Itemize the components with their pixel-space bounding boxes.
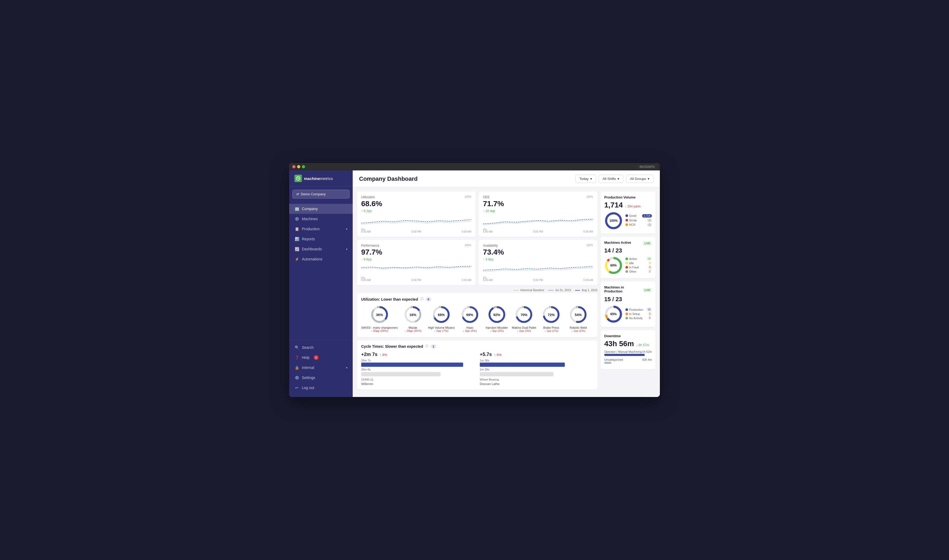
machines-active-donut: 60% (604, 256, 623, 275)
performance-change: ↑ 9.6pp (361, 257, 382, 261)
machines-active-donut-row: 60% Active 14 Idle 6 (604, 256, 652, 275)
nav-label-company: Company (302, 207, 318, 211)
dashboard-left: Utilization 68.6% ↑ 6.2pp 100% (357, 192, 597, 393)
machines-prod-legend: Production 15 In Setup 2 No Activity (625, 308, 652, 320)
company-nav-icon: 🏢 (294, 206, 299, 211)
sidebar-item-dashboards[interactable]: 📈 Dashboards ▾ (289, 244, 353, 254)
company-label: Demo Company (301, 192, 326, 196)
performance-label: Performance (361, 244, 382, 248)
time-dropdown[interactable]: Today ▾ (575, 175, 596, 183)
availability-value: 73.4% (483, 248, 504, 257)
sidebar-item-settings[interactable]: ⚙️ Settings (289, 372, 353, 383)
app-body: machinemetrics ⇄ Demo Company 🏢 Company … (289, 171, 660, 397)
status-fault: In Fault 1 (625, 265, 652, 269)
dashboard-content: Utilization 68.6% ↑ 6.2pp 100% (353, 188, 660, 397)
minimize-btn[interactable] (297, 165, 300, 168)
production-dot (625, 308, 628, 311)
app-window: INCOGNITO machinemetrics ⇄ Demo Company … (289, 163, 660, 397)
aug-line-icon (575, 290, 580, 291)
machines-prod-donut: 65% (604, 305, 623, 323)
close-btn[interactable] (292, 165, 296, 168)
other-dot (625, 270, 628, 273)
dashboards-chevron-icon: ▾ (346, 248, 347, 251)
maximize-btn[interactable] (302, 165, 305, 168)
downtime-card: Downtime 43h 56m ↓ 8h 57m Operator | Man… (601, 330, 656, 369)
status-active: Active 14 (625, 257, 652, 260)
downtime-title: Downtime (604, 334, 652, 338)
sidebar-item-machines[interactable]: ⚙️ Machines (289, 214, 353, 224)
time-label: Today (579, 177, 589, 181)
oee-value: 71.7% (483, 200, 504, 208)
availability-change: ↑ 3.9pp (483, 257, 504, 261)
machine-item-3: 69% 72% Haas ↓ 3pp (4%) (458, 305, 482, 332)
internal-icon: 🔒 (294, 365, 299, 370)
sidebar-item-search[interactable]: 🔍 Search (289, 343, 353, 352)
utilization-chart-bottom: 0% (361, 228, 471, 231)
availability-label: Availability (483, 244, 504, 248)
time-chevron-icon: ▾ (590, 177, 592, 181)
cycle-times-section: Cycle Times: Slower than expected ⓘ 2 +2… (357, 340, 597, 389)
help-icon: ❓ (294, 355, 299, 360)
machine-item-5: 70% 72% Makino Dual Pallet ↓ 2pp (3%) (512, 305, 536, 332)
info-icon: ⓘ (420, 297, 424, 302)
incognito-badge: INCOGNITO (638, 165, 657, 169)
automations-nav-icon: ⚡ (294, 257, 299, 262)
groups-label: All Groups (630, 177, 646, 181)
legend-good: Good 1,714 (625, 214, 652, 217)
metrics-row-2: Performance 97.7% ↑ 9.6pp 100% (357, 240, 597, 285)
sidebar-logo: machinemetrics (289, 171, 353, 186)
company-button[interactable]: ⇄ Demo Company (292, 190, 350, 198)
main-content: Company Dashboard Today ▾ All Shifts ▾ A… (353, 171, 660, 397)
sidebar-item-reports[interactable]: 📊 Reports (289, 234, 353, 244)
machines-prod-value: 15 / 23 (604, 296, 652, 303)
prod-vol-value: 1,714 (604, 201, 623, 209)
perf-chart-top: 100% (464, 244, 471, 247)
good-badge: 1,714 (642, 214, 652, 217)
scrap-badge: 0 (647, 218, 652, 222)
shifts-dropdown[interactable]: All Shifts ▾ (599, 175, 624, 183)
no-activity-count: 6 (648, 316, 652, 320)
nav-label-settings: Settings (302, 375, 315, 380)
machines-active-legend: Active 14 Idle 6 In Fault (625, 257, 652, 274)
reports-nav-icon: 📊 (294, 237, 299, 242)
sidebar-item-help[interactable]: ❓ Help 6 (289, 352, 353, 363)
baseline-legend: Historical Baseline Jul 31, 2023 Aug 1, … (357, 288, 597, 292)
downtime-item-1-label: Operator | Manual Machining 1h 52m (604, 350, 652, 353)
active-count: 14 (646, 257, 652, 260)
nav-label-dashboards: Dashboards (302, 247, 322, 251)
cycle-items: +2m 7s ↑ 8% 28m 7s 26m 0s 15400-11 Wille… (361, 352, 593, 386)
production-volume-card: Production Volume 1,714 ↓ 264 parts (601, 192, 656, 234)
downtime-value: 43h 56m (604, 340, 634, 348)
availability-card: Availability 73.4% ↑ 3.9pp 100% (479, 240, 597, 285)
sidebar-item-company[interactable]: 🏢 Company (289, 204, 353, 214)
sidebar-item-automations[interactable]: ⚡ Automations (289, 254, 353, 264)
prod-vol-donut-row: 100% Good 1,714 Scrap 0 (604, 211, 652, 230)
sidebar-item-internal[interactable]: 🔒 Internal ▾ (289, 363, 353, 372)
status-other: Other 2 (625, 270, 652, 273)
oee-label: OEE (483, 195, 504, 199)
idle-dot (625, 262, 628, 265)
sidebar-item-logout[interactable]: ↩ Log out (289, 383, 353, 393)
nav-label-help: Help (302, 355, 310, 360)
page-title: Company Dashboard (359, 175, 417, 182)
performance-value: 97.7% (361, 248, 382, 257)
performance-chart: 0% (361, 262, 471, 278)
utilization-chart: 0% (361, 214, 471, 230)
no-activity-dot (625, 317, 628, 319)
nav-bottom: 🔍 Search ❓ Help 6 🔒 Internal ▾ ⚙️ Settin… (289, 340, 353, 397)
sidebar-item-production[interactable]: 📋 Production ▾ (289, 224, 353, 234)
logo-icon (294, 175, 302, 182)
utilization-badge: 8 (425, 297, 431, 302)
groups-dropdown[interactable]: All Groups ▾ (626, 175, 653, 183)
avail-chart-top: 100% (586, 244, 593, 247)
machines-prod-title: Machines in Production (604, 285, 643, 293)
nav-section: 🏢 Company ⚙️ Machines 📋 Production ▾ 📊 R… (289, 202, 353, 340)
utilization-section: Utilization: Lower than expected ⓘ 8 36%… (357, 293, 597, 337)
oee-chart-top: 100% (586, 195, 593, 198)
cycle-info-icon: ⓘ (425, 344, 428, 349)
machines-active-card: Machines Active LIVE 14 / 23 (601, 237, 656, 278)
machines-production-card: Machines in Production LIVE 15 / 23 (601, 282, 656, 327)
good-dot (625, 214, 628, 217)
nav-label-automations: Automations (302, 257, 322, 261)
legend-scrap: Scrap 0 (625, 218, 652, 222)
